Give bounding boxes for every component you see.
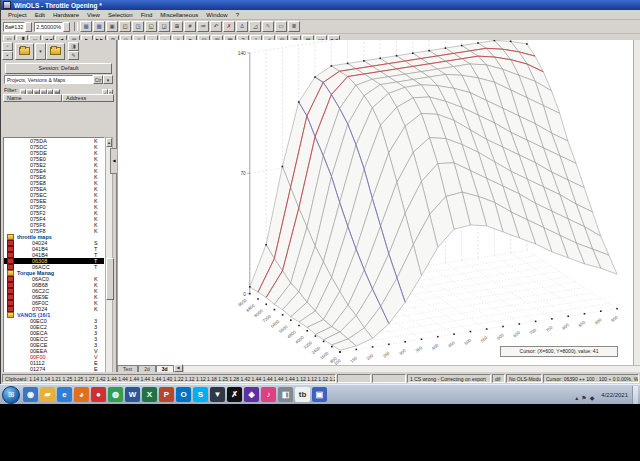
- taskbar-app-icon[interactable]: ◧: [278, 387, 293, 402]
- toolbar-button-icon[interactable]: ✗: [223, 21, 235, 32]
- menu-item-edit[interactable]: Edit: [31, 12, 49, 18]
- status-empty-panel: [337, 374, 371, 383]
- list-vertical-scrollbar[interactable]: ▲ ▼: [105, 137, 113, 391]
- zoom-field[interactable]: 2.50000%: [34, 22, 63, 32]
- toolbar-button-icon[interactable]: ◱: [145, 21, 157, 32]
- scroll-up-icon[interactable]: ▲: [106, 138, 112, 147]
- zoom-spinner[interactable]: [63, 22, 70, 32]
- map-list: 075DAK075DCK075DEK075E0K075E2K075E4K075E…: [3, 137, 105, 391]
- x-tick-label: 850: [577, 319, 586, 328]
- y-axis-tick: [323, 341, 325, 343]
- map-3d-window: 0701409600880080007200640056004800400032…: [117, 40, 640, 365]
- scroll-thumb[interactable]: [106, 258, 114, 300]
- taskbar-app-icon[interactable]: ◉: [23, 387, 38, 402]
- toolbar-button-icon[interactable]: ≣: [288, 21, 300, 32]
- tab-text[interactable]: Text: [117, 365, 138, 372]
- status-bar: Clipboard: 1.14 1.14 1.21 1.25 1.25 1.27…: [1, 372, 640, 384]
- tab-2d[interactable]: 2d: [138, 365, 156, 372]
- show-desktop-button[interactable]: [632, 386, 638, 404]
- taskbar-app-icon[interactable]: O: [176, 387, 191, 402]
- toolbar-button-icon[interactable]: ◰: [119, 21, 131, 32]
- node-marker: [494, 40, 496, 41]
- y-axis-tick: [257, 298, 259, 300]
- taskbar-app-icon[interactable]: X: [142, 387, 157, 402]
- tray-icon[interactable]: ◆: [590, 395, 595, 401]
- toolbar-button-icon[interactable]: #: [184, 21, 196, 32]
- map-type-letter: T: [94, 264, 104, 270]
- x-tick-label: 900: [594, 317, 603, 326]
- taskbar-app-icon[interactable]: ▼: [210, 387, 225, 402]
- taskbar-app-icon[interactable]: ◕: [74, 387, 89, 402]
- tray-clock[interactable]: 4/22/2021: [601, 392, 628, 398]
- taskbar-app-icon[interactable]: ✗: [227, 387, 242, 402]
- import-project-button[interactable]: [46, 43, 65, 60]
- toolbar-button-icon[interactable]: Δ: [236, 21, 248, 32]
- y-tick-label: 9600: [237, 297, 248, 307]
- taskbar-app-icon[interactable]: W: [125, 387, 140, 402]
- open-dropdown-button[interactable]: ▾: [35, 43, 46, 60]
- y-tick-label: 6400: [270, 318, 281, 328]
- toolbar-button-icon[interactable]: ≔: [197, 21, 209, 32]
- sidebar-small-button-icon[interactable]: ◨: [68, 42, 79, 51]
- taskbar-app-icon[interactable]: e: [57, 387, 72, 402]
- system-tray: ▴⚑◆ 4/22/2021: [575, 386, 638, 404]
- tray-icon[interactable]: ▴: [575, 395, 578, 401]
- address-spinner[interactable]: [25, 22, 32, 32]
- taskbar-app-icon[interactable]: ▣: [312, 387, 327, 402]
- toolbar-button-icon[interactable]: ◲: [158, 21, 170, 32]
- sidebar-small-button-icon[interactable]: ✎: [68, 51, 79, 60]
- toolbar-button-icon[interactable]: ⊞: [171, 21, 183, 32]
- toolbar-button-icon[interactable]: ▭: [275, 21, 287, 32]
- toolbar-button-icon[interactable]: ✎: [262, 21, 274, 32]
- module-panel: No OLS-Module: [506, 374, 542, 383]
- x-axis-tick: [453, 333, 455, 335]
- chart-vertical-scrollbar[interactable]: [633, 40, 640, 365]
- filter-label: Filter:: [4, 87, 18, 93]
- toolbar-button-icon[interactable]: ◿: [249, 21, 261, 32]
- x-tick-label: 300: [398, 347, 407, 356]
- app-icon: [3, 1, 11, 9]
- node-marker: [347, 63, 349, 65]
- x-tick-label: 400: [431, 342, 440, 351]
- toolbar-button-icon[interactable]: ▦: [93, 21, 105, 32]
- node-marker: [477, 42, 479, 44]
- map-type-letter: K: [94, 306, 104, 312]
- tray-icon[interactable]: ⚑: [581, 395, 586, 401]
- x-axis-tick: [502, 326, 504, 328]
- windows-taskbar: ⊞ ◉▰e◕●◍WXPOS▼✗◈♪◧tb▣ ▴⚑◆ 4/22/2021: [0, 384, 640, 404]
- taskbar-app-icon[interactable]: tb: [295, 387, 310, 402]
- sidebar-small-button-icon[interactable]: ▪: [2, 51, 13, 60]
- address-field[interactable]: 8a#132: [3, 22, 25, 32]
- tab-nav-left-icon[interactable]: ◀: [174, 364, 183, 372]
- session-button[interactable]: Session: Default: [5, 63, 112, 74]
- column-header-name[interactable]: Name: [3, 94, 62, 102]
- toolbar-button-icon[interactable]: ▣: [106, 21, 118, 32]
- surface-3d-chart[interactable]: 0701409600880080007200640056004800400032…: [118, 40, 634, 365]
- start-button[interactable]: ⊞: [2, 386, 20, 404]
- sidebar-small-button-icon[interactable]: ▫: [2, 42, 13, 51]
- window-title: WinOLS - Throttle Opening *: [14, 2, 102, 9]
- title-bar[interactable]: WinOLS - Throttle Opening *: [1, 0, 640, 10]
- toolbar-button-icon[interactable]: ↶: [210, 21, 222, 32]
- x-axis-tick: [421, 338, 423, 340]
- taskbar-app-icon[interactable]: P: [159, 387, 174, 402]
- y-tick-label: 8800: [245, 303, 256, 313]
- taskbar-app-icon[interactable]: ▰: [40, 387, 55, 402]
- taskbar-app-icon[interactable]: ◈: [244, 387, 259, 402]
- taskbar-app-icon[interactable]: S: [193, 387, 208, 402]
- open-project-button[interactable]: [15, 43, 34, 60]
- winols-window: WinOLS - Throttle Opening * ProjectEditH…: [0, 0, 640, 384]
- z-tick-label: 0: [243, 292, 246, 297]
- toolbar-separator: [74, 22, 78, 31]
- column-header-address[interactable]: Address: [62, 94, 114, 102]
- taskbar-app-icon[interactable]: ◍: [108, 387, 123, 402]
- tab-3d[interactable]: 3d: [156, 365, 174, 372]
- toolbar-button-icon[interactable]: ◳: [132, 21, 144, 32]
- menu-item-project[interactable]: Project: [4, 12, 31, 18]
- taskbar-app-icon[interactable]: ●: [91, 387, 106, 402]
- x-axis-tick: [584, 313, 586, 315]
- x-tick-label: 550: [480, 335, 489, 344]
- taskbar-app-icon[interactable]: ♪: [261, 387, 276, 402]
- menu-item-hardware[interactable]: Hardware: [49, 12, 83, 18]
- toolbar-button-icon[interactable]: ▦: [80, 21, 92, 32]
